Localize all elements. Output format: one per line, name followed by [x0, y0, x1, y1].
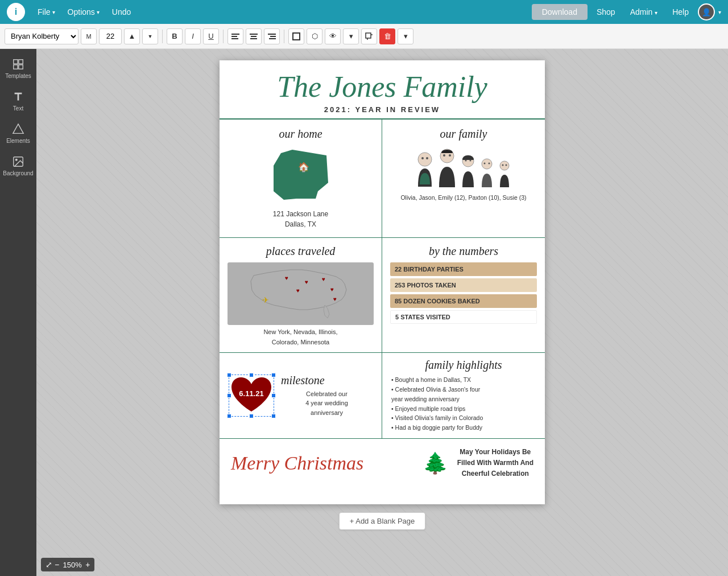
bold-button[interactable]: B	[167, 28, 183, 44]
svg-point-35	[506, 164, 507, 166]
zoom-in-button[interactable]: +	[85, 560, 90, 569]
app-logo[interactable]: i	[7, 3, 25, 21]
options-chevron-icon: ▾	[97, 9, 100, 15]
shop-button[interactable]: Shop	[591, 5, 621, 19]
highlight-2: • Celebrated Olivia & Jason's four	[390, 385, 537, 394]
more-options-button[interactable]: ▾	[398, 28, 413, 44]
milestone-section: 6.11.21	[220, 353, 382, 438]
home-family-row: our home 🏠 121 Jackson Lane Dallas, TX	[220, 120, 545, 238]
elements-icon	[12, 123, 24, 135]
align-center-button[interactable]	[246, 28, 262, 44]
handle-mr[interactable]	[271, 393, 276, 398]
milestone-title: milestone	[281, 374, 373, 387]
handle-bl[interactable]	[227, 414, 231, 418]
visibility-button[interactable]: 👁	[325, 28, 341, 44]
footer-message: May Your Holidays Be Filled With Warmth …	[457, 447, 533, 480]
visibility-dropdown-button[interactable]: ▾	[343, 28, 359, 44]
sidebar-item-text[interactable]: Text	[2, 86, 35, 116]
box-icon	[292, 32, 300, 40]
user-avatar[interactable]: 👤	[698, 3, 715, 20]
highlight-3: year wedding anniversary	[390, 394, 537, 404]
milestone-highlights-row: 6.11.21	[220, 353, 545, 439]
font-family-select[interactable]: Bryan Kolberty Arial Georgia	[5, 28, 78, 44]
svg-rect-5	[250, 38, 257, 39]
us-map-svg: ♥ ♥ ♥ ♥ ♥ ♥ ✈	[245, 264, 356, 324]
stat-row-1: 22 BIRTHDAY PARTIES	[390, 262, 537, 276]
help-button[interactable]: Help	[667, 5, 694, 19]
text-icon	[12, 90, 24, 103]
sidebar-item-elements[interactable]: Elements	[2, 118, 35, 149]
svg-rect-9	[293, 33, 300, 40]
svg-point-21	[418, 153, 432, 166]
delete-button[interactable]: 🗑	[379, 28, 395, 44]
underline-button[interactable]: U	[203, 28, 219, 44]
svg-text:♥: ♥	[285, 275, 288, 281]
align-right-button[interactable]	[264, 28, 280, 44]
handle-tm[interactable]	[249, 373, 254, 377]
page-header: The Jones Family 2021: YEAR IN REVIEW	[220, 60, 545, 120]
align-right-icon	[268, 32, 276, 40]
places-cities-1: New York, Nevada, Illinois,	[228, 328, 374, 335]
font-size-down-button[interactable]: ▼	[142, 28, 158, 44]
add-blank-page-button[interactable]: + Add a Blank Page	[339, 512, 426, 530]
handle-br[interactable]	[271, 414, 276, 418]
handle-tl[interactable]	[227, 373, 231, 377]
numbers-title: by the numbers	[390, 245, 537, 258]
font-size-input[interactable]	[99, 28, 122, 44]
highlights-list: • Bought a home in Dallas, TX • Celebrat…	[390, 375, 537, 433]
sidebar-item-background[interactable]: Background	[2, 151, 35, 181]
download-button[interactable]: Download	[532, 4, 588, 20]
sidebar: Templates Text Elements Background	[0, 49, 36, 576]
file-menu[interactable]: File ▾	[33, 5, 60, 19]
zoom-level: 150%	[61, 561, 83, 569]
svg-rect-6	[268, 34, 276, 35]
box-button[interactable]	[288, 28, 304, 44]
stats-list: 22 BIRTHDAY PARTIES 253 PHOTOS TAKEN 85 …	[390, 262, 537, 324]
svg-point-26	[449, 154, 451, 157]
svg-rect-13	[14, 60, 18, 64]
svg-rect-0	[231, 34, 239, 35]
align-center-icon	[250, 32, 258, 40]
svg-rect-10	[366, 33, 371, 38]
admin-menu[interactable]: Admin ▾	[624, 5, 664, 19]
align-left-button[interactable]	[228, 28, 243, 44]
places-section: places traveled ♥ ♥ ♥ ♥	[220, 238, 382, 352]
svg-rect-3	[250, 34, 258, 35]
sidebar-item-templates[interactable]: Templates	[2, 54, 35, 84]
stat-row-3: 85 DOZEN COOKIES BAKED	[390, 294, 537, 308]
handle-tr[interactable]	[271, 373, 276, 377]
zoom-fit-button[interactable]: ⤢	[46, 560, 52, 569]
highlights-title: family highlights	[390, 359, 537, 372]
file-chevron-icon: ▾	[52, 9, 55, 15]
family-title: our family	[440, 127, 487, 141]
italic-button[interactable]: I	[185, 28, 201, 44]
avatar-chevron-icon: ▾	[718, 9, 721, 15]
zoom-out-button[interactable]: −	[55, 560, 59, 569]
font-size-up-button[interactable]: ▲	[124, 28, 140, 44]
crop-button[interactable]	[361, 28, 377, 44]
handle-bm[interactable]	[249, 414, 254, 418]
svg-text:♥: ♥	[330, 286, 334, 293]
selection-box	[229, 375, 274, 417]
svg-rect-15	[14, 65, 18, 69]
handle-ml[interactable]	[227, 393, 231, 398]
heart-badge[interactable]: 6.11.21	[229, 375, 274, 417]
christmas-tree-icon: 🌲	[423, 451, 448, 475]
undo-button[interactable]: Undo	[107, 5, 135, 19]
highlight-5: • Visited Olivia's family in Colorado	[390, 413, 537, 423]
svg-text:✈: ✈	[262, 295, 269, 305]
font-style-button[interactable]: M	[81, 28, 97, 44]
crop-icon	[365, 32, 373, 40]
options-menu[interactable]: Options ▾	[63, 5, 104, 19]
canvas-area[interactable]: ⌐ The Jones Family 2021: YEAR IN REVIEW …	[36, 49, 728, 576]
align-left-icon	[231, 32, 239, 40]
document-subtitle: 2021: YEAR IN REVIEW	[231, 105, 533, 114]
effects-button[interactable]: ⬡	[307, 28, 322, 44]
svg-point-23	[426, 157, 428, 159]
svg-point-31	[484, 163, 486, 164]
admin-chevron-icon: ▾	[655, 10, 657, 16]
svg-point-25	[443, 154, 445, 157]
family-figures	[415, 149, 512, 188]
toolbar-separator-1	[162, 30, 163, 43]
svg-rect-14	[19, 60, 23, 64]
